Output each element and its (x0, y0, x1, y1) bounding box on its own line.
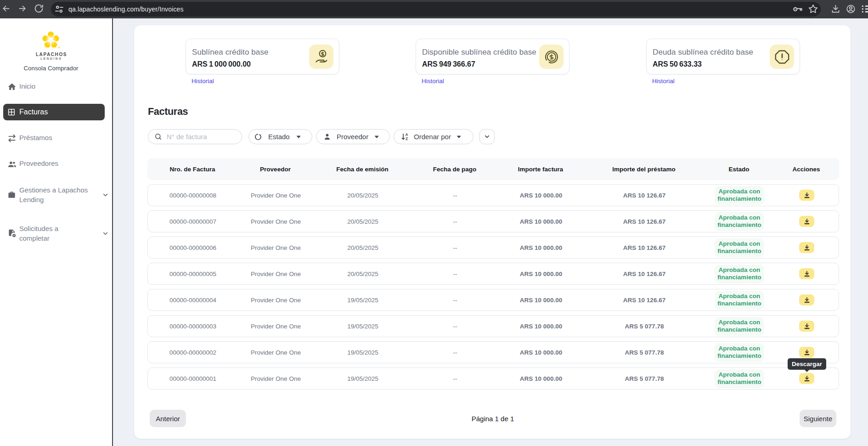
svg-text:Z: Z (406, 137, 408, 141)
